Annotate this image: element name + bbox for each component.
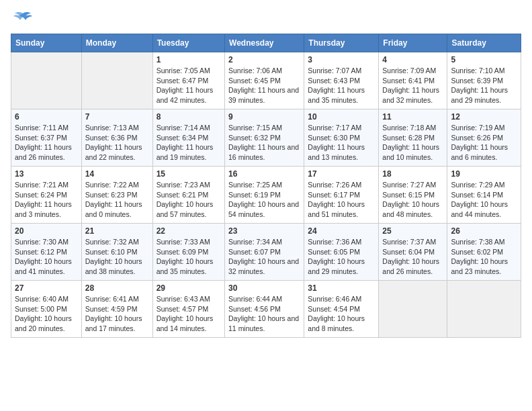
- day-info: Sunrise: 7:23 AM Sunset: 6:21 PM Dayligh…: [157, 180, 221, 220]
- day-number: 13: [15, 169, 78, 179]
- day-info: Sunrise: 7:33 AM Sunset: 6:09 PM Dayligh…: [157, 237, 221, 277]
- calendar-week-row: 27Sunrise: 6:40 AM Sunset: 5:00 PM Dayli…: [11, 281, 521, 338]
- day-number: 7: [85, 112, 149, 122]
- day-info: Sunrise: 6:44 AM Sunset: 4:56 PM Dayligh…: [228, 294, 300, 334]
- calendar-cell: 20Sunrise: 7:30 AM Sunset: 6:12 PM Dayli…: [11, 224, 82, 281]
- calendar-body: 1Sunrise: 7:05 AM Sunset: 6:47 PM Daylig…: [11, 52, 521, 338]
- calendar-cell: 19Sunrise: 7:29 AM Sunset: 6:14 PM Dayli…: [447, 167, 521, 224]
- day-info: Sunrise: 7:21 AM Sunset: 6:24 PM Dayligh…: [15, 180, 78, 220]
- calendar-cell: 3Sunrise: 7:07 AM Sunset: 6:43 PM Daylig…: [304, 52, 379, 109]
- calendar-cell: 6Sunrise: 7:11 AM Sunset: 6:37 PM Daylig…: [11, 109, 82, 167]
- calendar-cell: 5Sunrise: 7:10 AM Sunset: 6:39 PM Daylig…: [447, 52, 521, 109]
- calendar-cell: 22Sunrise: 7:33 AM Sunset: 6:09 PM Dayli…: [152, 224, 224, 281]
- day-number: 10: [308, 112, 375, 122]
- calendar-cell: 4Sunrise: 7:09 AM Sunset: 6:41 PM Daylig…: [379, 52, 447, 109]
- day-number: 1: [157, 55, 221, 64]
- day-number: 22: [157, 226, 221, 236]
- day-info: Sunrise: 7:22 AM Sunset: 6:23 PM Dayligh…: [85, 180, 149, 220]
- calendar-cell: 21Sunrise: 7:32 AM Sunset: 6:10 PM Dayli…: [81, 224, 152, 281]
- calendar-cell: 13Sunrise: 7:21 AM Sunset: 6:24 PM Dayli…: [11, 167, 82, 224]
- day-info: Sunrise: 7:37 AM Sunset: 6:04 PM Dayligh…: [382, 237, 443, 277]
- calendar-cell: [11, 52, 82, 109]
- page-header: [11, 11, 521, 26]
- logo: [11, 11, 32, 26]
- calendar-cell: 25Sunrise: 7:37 AM Sunset: 6:04 PM Dayli…: [379, 224, 447, 281]
- calendar-cell: [447, 281, 521, 338]
- day-number: 19: [451, 169, 517, 179]
- calendar-cell: 9Sunrise: 7:15 AM Sunset: 6:32 PM Daylig…: [225, 109, 304, 167]
- day-number: 6: [15, 112, 78, 122]
- calendar-cell: 30Sunrise: 6:44 AM Sunset: 4:56 PM Dayli…: [225, 281, 304, 338]
- day-number: 24: [308, 226, 375, 236]
- day-info: Sunrise: 7:32 AM Sunset: 6:10 PM Dayligh…: [85, 237, 149, 277]
- calendar-cell: 28Sunrise: 6:41 AM Sunset: 4:59 PM Dayli…: [81, 281, 152, 338]
- day-info: Sunrise: 7:18 AM Sunset: 6:28 PM Dayligh…: [382, 123, 443, 163]
- calendar-cell: 10Sunrise: 7:17 AM Sunset: 6:30 PM Dayli…: [304, 109, 379, 167]
- calendar-cell: 27Sunrise: 6:40 AM Sunset: 5:00 PM Dayli…: [11, 281, 82, 338]
- calendar-cell: 17Sunrise: 7:26 AM Sunset: 6:17 PM Dayli…: [304, 167, 379, 224]
- day-number: 5: [451, 55, 517, 64]
- calendar-header-sunday: Sunday: [11, 34, 82, 52]
- day-number: 17: [308, 169, 375, 179]
- day-number: 21: [85, 226, 149, 236]
- day-info: Sunrise: 6:41 AM Sunset: 4:59 PM Dayligh…: [85, 294, 149, 334]
- calendar-cell: 8Sunrise: 7:14 AM Sunset: 6:34 PM Daylig…: [152, 109, 224, 167]
- day-info: Sunrise: 7:27 AM Sunset: 6:15 PM Dayligh…: [382, 180, 443, 220]
- calendar-table: SundayMondayTuesdayWednesdayThursdayFrid…: [11, 34, 521, 338]
- calendar-header-wednesday: Wednesday: [225, 34, 304, 52]
- day-number: 3: [308, 55, 375, 64]
- calendar-cell: 1Sunrise: 7:05 AM Sunset: 6:47 PM Daylig…: [152, 52, 224, 109]
- calendar-cell: 26Sunrise: 7:38 AM Sunset: 6:02 PM Dayli…: [447, 224, 521, 281]
- day-number: 15: [157, 169, 221, 179]
- day-info: Sunrise: 7:15 AM Sunset: 6:32 PM Dayligh…: [228, 123, 300, 163]
- day-info: Sunrise: 7:25 AM Sunset: 6:19 PM Dayligh…: [228, 180, 300, 220]
- day-info: Sunrise: 6:40 AM Sunset: 5:00 PM Dayligh…: [15, 294, 78, 334]
- calendar-week-row: 1Sunrise: 7:05 AM Sunset: 6:47 PM Daylig…: [11, 52, 521, 109]
- day-info: Sunrise: 6:43 AM Sunset: 4:57 PM Dayligh…: [157, 294, 221, 334]
- day-info: Sunrise: 7:36 AM Sunset: 6:05 PM Dayligh…: [308, 237, 375, 277]
- calendar-cell: [81, 52, 152, 109]
- day-number: 25: [382, 226, 443, 236]
- day-info: Sunrise: 7:13 AM Sunset: 6:36 PM Dayligh…: [85, 123, 149, 163]
- calendar-header-tuesday: Tuesday: [152, 34, 224, 52]
- calendar-cell: 11Sunrise: 7:18 AM Sunset: 6:28 PM Dayli…: [379, 109, 447, 167]
- day-number: 20: [15, 226, 78, 236]
- day-number: 9: [228, 112, 300, 122]
- day-info: Sunrise: 7:09 AM Sunset: 6:41 PM Dayligh…: [382, 66, 443, 105]
- day-info: Sunrise: 7:34 AM Sunset: 6:07 PM Dayligh…: [228, 237, 300, 277]
- calendar-cell: 14Sunrise: 7:22 AM Sunset: 6:23 PM Dayli…: [81, 167, 152, 224]
- day-number: 4: [382, 55, 443, 64]
- day-info: Sunrise: 7:14 AM Sunset: 6:34 PM Dayligh…: [157, 123, 221, 163]
- day-number: 14: [85, 169, 149, 179]
- day-info: Sunrise: 7:05 AM Sunset: 6:47 PM Dayligh…: [157, 66, 221, 105]
- calendar-cell: 18Sunrise: 7:27 AM Sunset: 6:15 PM Dayli…: [379, 167, 447, 224]
- day-number: 8: [157, 112, 221, 122]
- day-info: Sunrise: 7:38 AM Sunset: 6:02 PM Dayligh…: [451, 237, 517, 277]
- calendar-header-row: SundayMondayTuesdayWednesdayThursdayFrid…: [11, 34, 521, 52]
- calendar-cell: 23Sunrise: 7:34 AM Sunset: 6:07 PM Dayli…: [225, 224, 304, 281]
- day-number: 26: [451, 226, 517, 236]
- calendar-header-monday: Monday: [81, 34, 152, 52]
- calendar-week-row: 13Sunrise: 7:21 AM Sunset: 6:24 PM Dayli…: [11, 167, 521, 224]
- day-info: Sunrise: 7:07 AM Sunset: 6:43 PM Dayligh…: [308, 66, 375, 105]
- day-number: 18: [382, 169, 443, 179]
- day-number: 12: [451, 112, 517, 122]
- calendar-cell: 7Sunrise: 7:13 AM Sunset: 6:36 PM Daylig…: [81, 109, 152, 167]
- calendar-cell: 31Sunrise: 6:46 AM Sunset: 4:54 PM Dayli…: [304, 281, 379, 338]
- day-info: Sunrise: 7:29 AM Sunset: 6:14 PM Dayligh…: [451, 180, 517, 220]
- day-number: 27: [15, 283, 78, 293]
- calendar-cell: 2Sunrise: 7:06 AM Sunset: 6:45 PM Daylig…: [225, 52, 304, 109]
- calendar-header-thursday: Thursday: [304, 34, 379, 52]
- day-number: 23: [228, 226, 300, 236]
- day-info: Sunrise: 7:30 AM Sunset: 6:12 PM Dayligh…: [15, 237, 78, 277]
- logo-bird-icon: [13, 11, 32, 26]
- calendar-week-row: 20Sunrise: 7:30 AM Sunset: 6:12 PM Dayli…: [11, 224, 521, 281]
- calendar-cell: 24Sunrise: 7:36 AM Sunset: 6:05 PM Dayli…: [304, 224, 379, 281]
- calendar-header-friday: Friday: [379, 34, 447, 52]
- day-number: 28: [85, 283, 149, 293]
- day-info: Sunrise: 7:11 AM Sunset: 6:37 PM Dayligh…: [15, 123, 78, 163]
- calendar-header-saturday: Saturday: [447, 34, 521, 52]
- calendar-cell: 29Sunrise: 6:43 AM Sunset: 4:57 PM Dayli…: [152, 281, 224, 338]
- day-number: 30: [228, 283, 300, 293]
- day-info: Sunrise: 6:46 AM Sunset: 4:54 PM Dayligh…: [308, 294, 375, 334]
